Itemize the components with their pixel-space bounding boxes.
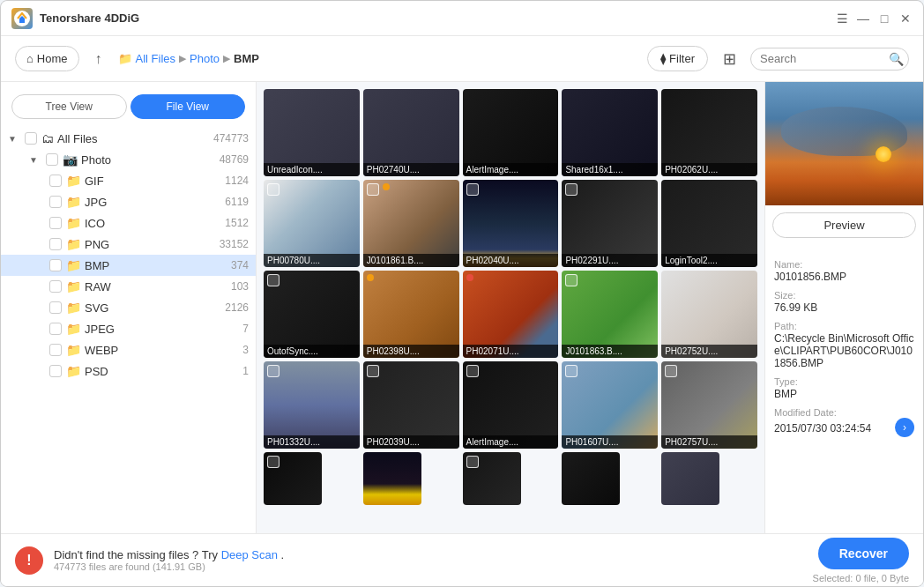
tree-view-button[interactable]: Tree View <box>11 94 127 119</box>
breadcrumb-part2[interactable]: Photo <box>190 52 220 65</box>
deep-scan-link[interactable]: Deep Scan <box>221 548 278 561</box>
file-checkbox[interactable] <box>367 365 379 377</box>
file-checkbox[interactable] <box>665 365 677 377</box>
file-checkbox[interactable] <box>565 274 578 286</box>
preview-button[interactable]: Preview <box>772 212 916 238</box>
title-controls: ☰ — □ ✕ <box>835 11 913 26</box>
file-grid-row-2: PH00780U.... J0101861.B.... PH02040U....… <box>264 180 757 267</box>
file-item[interactable]: AlertImage.... <box>463 89 559 176</box>
file-item[interactable] <box>463 452 521 505</box>
file-item-name: PH01332U.... <box>264 435 360 449</box>
close-button[interactable]: ✕ <box>898 11 913 26</box>
file-item-name: PH02752U.... <box>661 345 757 358</box>
webp-checkbox[interactable] <box>49 344 62 356</box>
sidebar-item-all-files[interactable]: ▼ 🗂 All Files 474773 <box>1 128 256 149</box>
file-path-value: C:\Recycle Bin\Microsoft Office\CLIPART\… <box>774 332 914 369</box>
file-checkbox[interactable] <box>367 183 379 196</box>
file-item[interactable]: PH01607U.... <box>562 361 658 449</box>
png-checkbox[interactable] <box>49 238 62 250</box>
raw-checkbox[interactable] <box>49 280 62 293</box>
sidebar-item-gif[interactable]: 📁 GIF 1124 <box>1 170 256 191</box>
recover-button[interactable]: Recover <box>818 538 909 569</box>
file-checkbox[interactable] <box>267 274 279 286</box>
filter-button[interactable]: ⧫ Filter <box>647 46 708 71</box>
file-item[interactable]: AlertImage.... <box>463 361 559 449</box>
psd-checkbox[interactable] <box>49 365 62 377</box>
file-item[interactable]: PH00780U.... <box>264 180 360 267</box>
file-item[interactable] <box>264 452 322 505</box>
bmp-checkbox[interactable] <box>49 259 62 271</box>
raw-label: RAW <box>85 280 229 294</box>
view-toggle: Tree View File View <box>1 89 256 128</box>
file-checkbox[interactable] <box>565 183 578 196</box>
file-item[interactable]: J0101861.B.... <box>363 180 459 267</box>
next-file-button[interactable]: › <box>895 418 914 437</box>
raw-folder-icon: 📁 <box>66 279 81 294</box>
jpeg-checkbox[interactable] <box>49 323 62 335</box>
file-item[interactable]: Shared16x1.... <box>562 89 658 176</box>
home-icon: ⌂ <box>26 52 34 65</box>
sidebar-item-png[interactable]: 📁 PNG 33152 <box>1 234 256 255</box>
file-checkbox[interactable] <box>466 456 479 468</box>
sidebar-item-psd[interactable]: 📁 PSD 1 <box>1 360 256 382</box>
sidebar-item-webp[interactable]: 📁 WEBP 3 <box>1 339 256 360</box>
file-item[interactable]: PH02062U.... <box>661 89 757 176</box>
sidebar-item-bmp[interactable]: 📁 BMP 374 <box>1 255 256 276</box>
breadcrumb-part1[interactable]: All Files <box>136 52 176 65</box>
file-checkbox[interactable] <box>466 183 479 196</box>
file-item[interactable]: PH02752U.... <box>661 271 757 358</box>
file-item[interactable]: PH02040U.... <box>463 180 559 267</box>
sidebar-item-svg[interactable]: 📁 SVG 2126 <box>1 297 256 318</box>
filter-label: Filter <box>669 52 695 65</box>
ico-count: 1512 <box>225 217 249 229</box>
selected-info: Selected: 0 file, 0 Byte <box>813 573 909 583</box>
file-item[interactable]: OutofSync.... <box>264 271 360 358</box>
file-checkbox[interactable] <box>267 183 279 196</box>
jpg-checkbox[interactable] <box>49 196 62 208</box>
file-item[interactable] <box>661 452 719 505</box>
file-checkbox[interactable] <box>267 456 279 468</box>
file-view-button[interactable]: File View <box>130 94 246 119</box>
ico-checkbox[interactable] <box>49 217 62 229</box>
file-checkbox[interactable] <box>267 365 279 377</box>
grid-view-button[interactable]: ⊞ <box>715 45 743 73</box>
file-item[interactable]: J0101863.B.... <box>562 271 658 358</box>
file-item[interactable]: PH02740U.... <box>363 89 459 176</box>
search-input[interactable] <box>760 52 883 65</box>
svg-checkbox[interactable] <box>49 301 62 314</box>
sidebar-item-raw[interactable]: 📁 RAW 103 <box>1 276 256 297</box>
sidebar-item-ico[interactable]: 📁 ICO 1512 <box>1 212 256 234</box>
file-item[interactable]: PH02291U.... <box>562 180 658 267</box>
sidebar-item-photo[interactable]: ▼ 📷 Photo 48769 <box>1 149 256 170</box>
file-item[interactable]: UnreadIcon.... <box>264 89 360 176</box>
search-icon[interactable]: 🔍 <box>889 52 904 66</box>
file-item[interactable]: PH02398U.... <box>363 271 459 358</box>
jpeg-label: JPEG <box>85 323 241 336</box>
back-button[interactable]: ↑ <box>86 47 111 71</box>
file-checkbox[interactable] <box>565 365 578 377</box>
photo-checkbox[interactable] <box>46 153 58 166</box>
webp-count: 3 <box>242 344 249 356</box>
maximize-button[interactable]: □ <box>877 11 891 26</box>
gif-checkbox[interactable] <box>49 175 62 187</box>
file-checkbox[interactable] <box>466 365 479 377</box>
breadcrumb-arrow2: ▶ <box>223 53 230 64</box>
file-size-value: 76.99 KB <box>774 301 914 314</box>
file-item[interactable] <box>562 452 620 505</box>
file-item[interactable] <box>363 452 421 505</box>
file-item[interactable]: PH02039U.... <box>363 361 459 449</box>
sidebar-item-jpeg[interactable]: 📁 JPEG 7 <box>1 318 256 339</box>
file-item[interactable]: LoginTool2.... <box>661 180 757 267</box>
home-button[interactable]: ⌂ Home <box>15 46 79 71</box>
file-item[interactable]: PH02071U.... <box>463 271 559 358</box>
file-item[interactable]: PH01332U.... <box>264 361 360 449</box>
minimize-button[interactable]: — <box>856 11 870 26</box>
menu-button[interactable]: ☰ <box>835 11 849 26</box>
all-files-checkbox[interactable] <box>25 132 37 145</box>
sidebar-item-jpg[interactable]: 📁 JPG 6119 <box>1 191 256 212</box>
file-item[interactable]: PH02757U.... <box>661 361 757 449</box>
file-item-name: PH02757U.... <box>661 435 757 449</box>
file-item-name: Shared16x1.... <box>562 163 658 176</box>
file-item-name: UnreadIcon.... <box>264 163 360 176</box>
gif-folder-icon: 📁 <box>66 174 81 188</box>
